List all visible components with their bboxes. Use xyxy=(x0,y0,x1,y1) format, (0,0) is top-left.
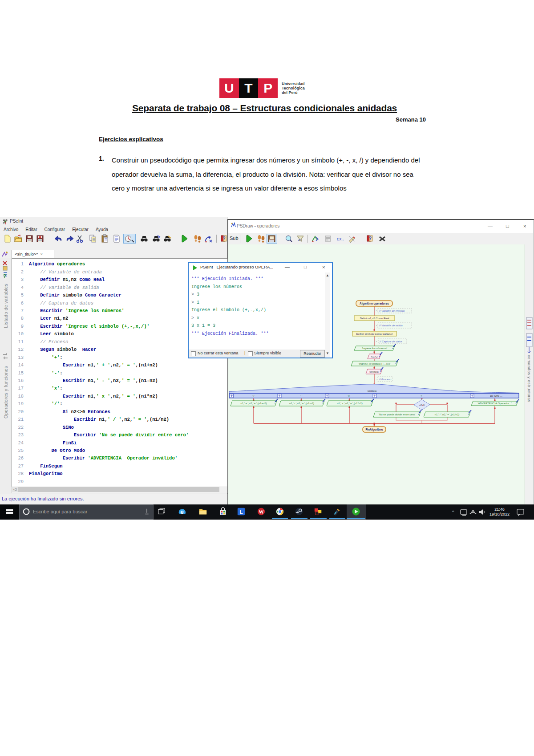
svg-text:ex..: ex.. xyxy=(337,236,344,241)
svg-text:// Variable de entrada: // Variable de entrada xyxy=(379,309,405,312)
svg-text:// Proceso: // Proceso xyxy=(379,378,392,381)
svg-text:Algoritmo operadores: Algoritmo operadores xyxy=(360,302,389,305)
svg-text:Definir simbolo Como Caracter: Definir simbolo Como Caracter xyxy=(356,333,392,335)
svg-text:'No se puede dividir entre cer: 'No se puede dividir entre cero' xyxy=(379,413,415,416)
svg-text:n1,n2: n1,n2 xyxy=(371,355,378,358)
svg-text:'/': '/' xyxy=(421,394,422,397)
svg-text:?: ? xyxy=(3,273,6,279)
svg-text:'+': '+' xyxy=(252,394,255,397)
svg-text:'Ingrese el simbolo (+,-,x,/)': 'Ingrese el simbolo (+,-,x,/)' xyxy=(359,362,391,365)
svg-text:n1,' / ',n2,' = ',(n1/n2): n1,' / ',n2,' = ',(n1/n2) xyxy=(435,413,459,416)
svg-text:De Otro ...: De Otro ... xyxy=(490,394,502,397)
svg-text:simbolo: simbolo xyxy=(368,390,377,392)
svg-text:// Captura de datos: // Captura de datos xyxy=(379,340,402,343)
svg-text:'Ingrese los números': 'Ingrese los números' xyxy=(362,347,387,350)
svg-text:L: L xyxy=(239,509,243,515)
svg-text:'ADVERTENCIA Operador...': 'ADVERTENCIA Operador...' xyxy=(477,402,511,405)
svg-text:// Variable de salida: // Variable de salida xyxy=(379,324,403,327)
svg-text:Definir n1,n2 Como Real: Definir n1,n2 Como Real xyxy=(360,317,389,320)
svg-text:n1,' - ',n2,' = ',(n1-n2): n1,' - ',n2,' = ',(n1-n2) xyxy=(289,402,314,405)
svg-text:?: ? xyxy=(222,236,225,241)
svg-text:simbolo: simbolo xyxy=(369,370,379,373)
svg-text:e: e xyxy=(180,508,184,515)
svg-text:n1,' x ',n2,' = ',(n1*n2): n1,' x ',n2,' = ',(n1*n2) xyxy=(337,402,362,405)
svg-text:FinAlgoritmo: FinAlgoritmo xyxy=(365,428,383,431)
svg-text:?: ? xyxy=(369,236,372,241)
svg-text:'-': '-' xyxy=(300,394,302,397)
svg-text:'x': 'x' xyxy=(348,394,350,397)
svg-text:n2≠0: n2≠0 xyxy=(419,404,425,406)
svg-text:n1,' + ',n2,' = ',(n1+n2): n1,' + ',n2,' = ',(n1+n2) xyxy=(240,402,267,405)
